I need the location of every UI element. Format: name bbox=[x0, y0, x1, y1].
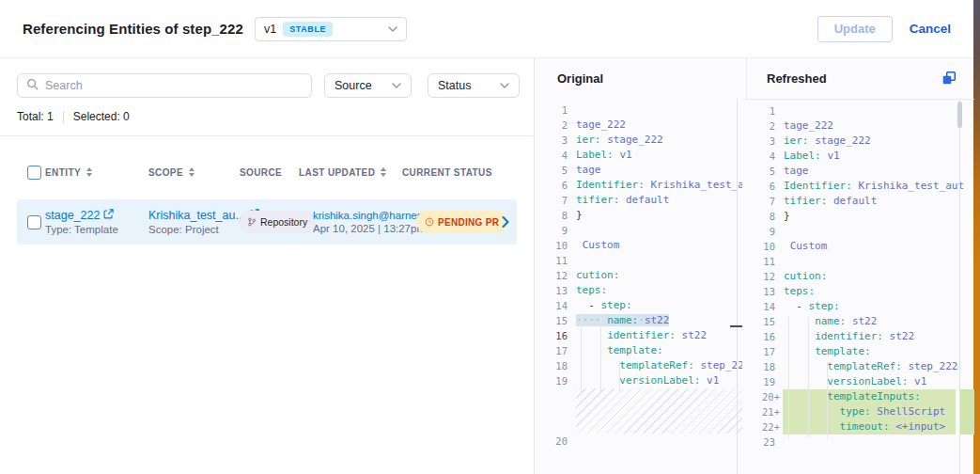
code-text: tifier: default bbox=[784, 194, 877, 209]
line-number: 11 bbox=[535, 253, 572, 268]
row-checkbox[interactable] bbox=[27, 215, 41, 229]
code-text: templateRef: step_222 bbox=[784, 359, 957, 374]
code-text: teps: bbox=[576, 283, 607, 298]
chevron-right-icon[interactable] bbox=[493, 216, 517, 228]
line-number: 15 bbox=[742, 314, 780, 329]
sort-icon[interactable] bbox=[86, 167, 92, 177]
chevron-down-icon bbox=[500, 83, 509, 88]
line-number: 16 bbox=[742, 329, 780, 344]
indent-guide bbox=[600, 317, 601, 392]
code-line: 23 bbox=[742, 434, 974, 450]
line-number: 19 bbox=[742, 374, 780, 389]
text-selection: ···· name:·st22 bbox=[576, 314, 669, 326]
table-header: ENTITY SCOPE SOURCE LAST UPDATED CURRENT… bbox=[17, 151, 517, 193]
code-line: 17 template: bbox=[742, 344, 974, 359]
line-number: 12 bbox=[535, 268, 572, 283]
line-number: 5 bbox=[742, 164, 780, 179]
version-select[interactable]: v1 STABLE bbox=[255, 17, 407, 41]
table-row[interactable]: stage_222 Type: Template Krishika_test_a… bbox=[17, 199, 517, 245]
code-text: tage_222 bbox=[576, 118, 626, 133]
refreshed-code-editor[interactable]: 12tage_2223ier: stage_2224Label: v15tage… bbox=[742, 99, 974, 474]
code-line: 12cution: bbox=[535, 268, 742, 283]
code-text: Identifier: Krishika_test_aut bbox=[576, 178, 742, 193]
copy-icon[interactable] bbox=[941, 71, 957, 86]
code-text: Label: v1 bbox=[576, 148, 632, 163]
indent-guide bbox=[827, 362, 828, 437]
background-content-strip bbox=[973, 0, 980, 474]
code-text: ···· name:·st22 bbox=[576, 313, 669, 328]
line-number: 8 bbox=[742, 209, 780, 224]
code-line: 3ier: stage_222 bbox=[535, 133, 742, 148]
line-number: 14 bbox=[742, 299, 780, 314]
line-number: 11 bbox=[742, 254, 780, 269]
drawer-header: Referencing Entities of step_222 v1 STAB… bbox=[0, 0, 973, 58]
code-line: 5tage bbox=[742, 164, 974, 179]
clock-icon bbox=[425, 213, 434, 230]
code-line: 3ier: stage_222 bbox=[742, 134, 974, 149]
code-line: 8} bbox=[742, 209, 974, 224]
chevron-down-icon bbox=[392, 83, 401, 88]
source-badge: Repository bbox=[240, 211, 315, 233]
select-all-checkbox[interactable] bbox=[27, 166, 41, 180]
updated-by-link[interactable]: krishika.singh@harnes... bbox=[313, 210, 402, 221]
external-link-icon[interactable] bbox=[103, 209, 114, 222]
code-text: versionLabel: v1 bbox=[784, 374, 926, 389]
status-filter-select[interactable]: Status bbox=[428, 73, 520, 98]
divider bbox=[0, 135, 534, 136]
code-line: 9 bbox=[742, 224, 974, 239]
code-text: tage bbox=[784, 164, 809, 179]
code-line: 16 identifier: st22 bbox=[535, 328, 742, 343]
column-header-entity[interactable]: ENTITY bbox=[45, 167, 148, 178]
entity-link[interactable]: stage_222 bbox=[45, 209, 148, 222]
code-text: } bbox=[784, 209, 790, 224]
code-text: teps: bbox=[784, 284, 815, 299]
code-text: ier: stage_222 bbox=[576, 133, 663, 148]
diff-viewer: Original Refreshed 12tage_2223ier: stage… bbox=[534, 58, 973, 474]
line-number: 1 bbox=[742, 103, 780, 118]
column-header-last-updated[interactable]: LAST UPDATED bbox=[299, 167, 402, 178]
sort-icon[interactable] bbox=[189, 167, 194, 177]
line-number: 8 bbox=[535, 208, 572, 223]
original-code-editor[interactable]: 12tage_2223ier: stage_2224Label: v15tage… bbox=[535, 99, 742, 474]
update-button[interactable]: Update bbox=[817, 16, 893, 42]
code-text: - step: bbox=[576, 298, 632, 313]
code-text: templateInputs: bbox=[784, 389, 921, 404]
line-number: 13 bbox=[535, 283, 572, 298]
original-panel-title: Original bbox=[557, 71, 603, 86]
search-placeholder: Search bbox=[45, 79, 83, 92]
code-text: - step: bbox=[784, 299, 840, 314]
line-number: 4 bbox=[535, 148, 572, 163]
code-text: tage bbox=[576, 163, 601, 178]
code-line: 2tage_222 bbox=[742, 118, 974, 134]
line-number: 20 bbox=[535, 434, 572, 449]
line-number: 16 bbox=[535, 328, 572, 343]
divider bbox=[746, 58, 747, 99]
source-filter-select[interactable]: Source bbox=[324, 73, 412, 98]
code-line: 10 Custom bbox=[742, 239, 974, 254]
line-number: 7 bbox=[742, 194, 780, 209]
entities-section: Search Source Status Total: 1 bbox=[0, 58, 534, 474]
sort-icon[interactable] bbox=[381, 167, 386, 177]
refreshed-panel-title: Refreshed bbox=[767, 71, 827, 86]
code-text: tifier: default bbox=[576, 193, 669, 208]
totals-row: Total: 1 Selected: 0 bbox=[17, 110, 534, 123]
code-line: 1 bbox=[535, 103, 742, 118]
updated-at: Apr 10, 2025 | 13:27pm bbox=[313, 223, 402, 234]
search-input[interactable]: Search bbox=[17, 73, 312, 98]
status-cell: PENDING PR bbox=[402, 211, 493, 233]
code-line: 21+ type: ShellScript bbox=[742, 404, 974, 419]
column-header-scope[interactable]: SCOPE bbox=[148, 167, 240, 178]
code-line: 12cution: bbox=[742, 269, 974, 284]
source-cell: Repository bbox=[240, 211, 313, 233]
overview-ruler-added-marker bbox=[960, 389, 974, 434]
code-text: template: bbox=[576, 343, 663, 358]
cancel-button[interactable]: Cancel bbox=[910, 22, 951, 36]
deleted-lines-placeholder bbox=[576, 388, 742, 434]
scope-link[interactable]: Krishika_test_au... bbox=[148, 209, 240, 222]
scrollbar-thumb[interactable] bbox=[957, 102, 962, 128]
total-count: Total: 1 bbox=[17, 110, 54, 123]
code-text: Identifier: Krishika_test_aut bbox=[784, 179, 964, 194]
line-number: 15 bbox=[535, 313, 572, 328]
code-line: 19 versionLabel: v1 bbox=[742, 374, 974, 389]
line-number: 2 bbox=[535, 118, 572, 133]
